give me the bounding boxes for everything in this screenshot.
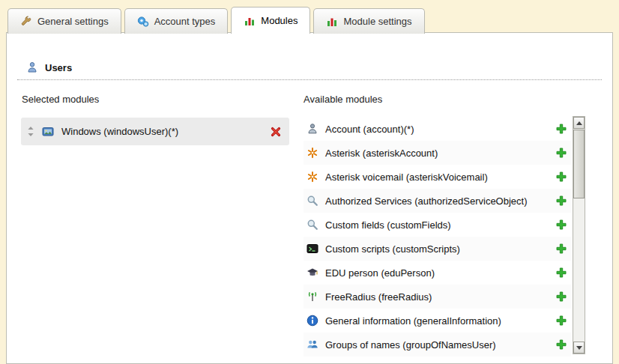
magnifier-icon: [307, 219, 318, 231]
info-icon: [307, 315, 318, 327]
add-module-button[interactable]: [555, 267, 567, 279]
lam-configuration-page: General settings Account types Modules M…: [0, 0, 619, 364]
selected-module-label: Windows (windowsUser)(*): [61, 126, 262, 137]
available-module-label: Groups of names (groupOfNamesUser): [325, 339, 549, 351]
add-module-button[interactable]: [555, 123, 567, 135]
add-module-button[interactable]: [555, 147, 567, 159]
section-title: Users: [45, 62, 72, 73]
up-arrow-icon: [576, 121, 582, 125]
available-module-row: Asterisk voicemail (asteriskVoicemail): [304, 165, 571, 189]
windows-icon: [42, 126, 54, 138]
available-modules-scrollbar[interactable]: [573, 116, 585, 354]
account-icon: [307, 123, 318, 135]
content-panel: Users Selected modules Available modules…: [6, 32, 613, 364]
add-module-button[interactable]: [555, 339, 567, 351]
add-module-button[interactable]: [555, 291, 567, 303]
available-modules-heading: Available modules: [304, 94, 382, 105]
green-plus-icon: [555, 171, 567, 183]
add-module-button[interactable]: [555, 171, 567, 183]
available-modules-list: Account (account)(*) Asterisk (asteriskA…: [304, 117, 571, 357]
edu-person-icon: [307, 267, 318, 279]
add-module-button[interactable]: [555, 243, 567, 255]
available-module-label: Custom fields (customFields): [325, 219, 549, 231]
tab-general-settings[interactable]: General settings: [7, 8, 121, 34]
green-plus-icon: [555, 195, 567, 207]
available-module-row: General information (generalInformation): [304, 309, 571, 333]
available-module-row: Custom fields (customFields): [304, 213, 571, 237]
asterisk-icon: [307, 147, 318, 159]
magnifier-icon: [307, 195, 318, 207]
scroll-up-button[interactable]: [573, 117, 585, 129]
green-plus-icon: [555, 123, 567, 135]
add-module-button[interactable]: [555, 315, 567, 327]
green-plus-icon: [555, 219, 567, 231]
tab-label: General settings: [37, 16, 109, 27]
selected-modules-list: Windows (windowsUser)(*): [21, 118, 289, 145]
green-plus-icon: [555, 339, 567, 351]
tab-label: Account types: [154, 16, 216, 27]
tab-bar: General settings Account types Modules M…: [7, 7, 425, 34]
terminal-icon: [307, 243, 318, 255]
scrollbar-thumb[interactable]: [573, 130, 585, 198]
tab-modules[interactable]: Modules: [231, 7, 310, 34]
available-module-row: Groups of names (groupOfNamesUser): [304, 333, 571, 357]
available-module-label: Custom scripts (customScripts): [325, 243, 549, 255]
tab-module-settings[interactable]: Module settings: [313, 8, 424, 34]
green-plus-icon: [555, 291, 567, 303]
account-types-icon: [137, 16, 149, 28]
available-module-label: FreeRadius (freeRadius): [325, 291, 549, 303]
available-module-label: General information (generalInformation): [325, 315, 549, 327]
section-divider: [17, 79, 602, 80]
modules-icon: [244, 15, 256, 27]
user-icon: [26, 61, 38, 73]
module-settings-icon: [326, 16, 338, 28]
add-module-button[interactable]: [555, 195, 567, 207]
asterisk-icon: [307, 171, 318, 183]
available-module-label: EDU person (eduPerson): [325, 267, 549, 279]
available-module-row: FreeRadius (freeRadius): [304, 285, 571, 309]
scroll-down-button[interactable]: [573, 342, 585, 354]
green-plus-icon: [555, 147, 567, 159]
available-module-label: Authorized Services (authorizedServiceOb…: [325, 195, 549, 207]
drag-handle-icon[interactable]: [27, 126, 34, 137]
green-plus-icon: [555, 243, 567, 255]
section-heading-users: Users: [26, 61, 72, 73]
add-module-button[interactable]: [555, 219, 567, 231]
selected-module-row: Windows (windowsUser)(*): [21, 118, 289, 145]
selected-modules-heading: Selected modules: [22, 94, 99, 105]
available-module-row: Account (account)(*): [304, 117, 571, 141]
green-plus-icon: [555, 315, 567, 327]
green-plus-icon: [555, 267, 567, 279]
available-module-row: Authorized Services (authorizedServiceOb…: [304, 189, 571, 213]
tab-label: Module settings: [343, 16, 411, 27]
down-arrow-icon: [576, 346, 582, 350]
tab-account-types[interactable]: Account types: [124, 8, 229, 34]
group-icon: [307, 339, 318, 351]
wrench-icon: [20, 16, 32, 28]
available-module-label: Asterisk voicemail (asteriskVoicemail): [325, 172, 549, 183]
available-module-label: Account (account)(*): [325, 124, 549, 135]
remove-module-button[interactable]: [270, 126, 282, 138]
red-x-icon: [270, 126, 282, 138]
available-module-row: Custom scripts (customScripts): [304, 237, 571, 261]
tab-label: Modules: [261, 15, 298, 26]
available-module-label: Asterisk (asteriskAccount): [325, 148, 549, 159]
available-module-row: Asterisk (asteriskAccount): [304, 141, 571, 165]
antenna-icon: [307, 291, 318, 303]
available-module-row: EDU person (eduPerson): [304, 261, 571, 285]
